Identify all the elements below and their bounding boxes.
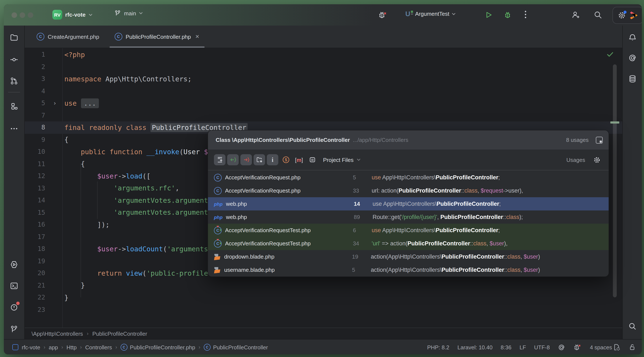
breadcrumb-separator: › xyxy=(87,331,88,337)
code-line[interactable]: 2 xyxy=(25,61,622,73)
branch-name: main xyxy=(124,10,136,16)
usage-row[interactable]: CAcceptVerificationRequest.php33url: act… xyxy=(208,184,608,197)
code-line[interactable]: 22} xyxy=(25,291,622,304)
right-tool-stripe xyxy=(622,25,642,339)
code-line[interactable]: 4 xyxy=(25,85,622,97)
usage-file-name: AcceptVerificationRequestTest.php xyxy=(225,227,353,233)
line-ending[interactable]: LF xyxy=(520,344,526,351)
tab-create-argument[interactable]: C CreateArgument.php xyxy=(29,25,107,48)
status-breadcrumb-item[interactable]: rfc-vote xyxy=(22,344,40,351)
code-line[interactable]: 5›use ... xyxy=(25,97,622,109)
problems-badge xyxy=(16,302,20,305)
method-usages-filter[interactable]: [m] xyxy=(293,154,305,165)
close-window-button[interactable] xyxy=(12,12,17,18)
inspections-ok-check-icon[interactable] xyxy=(607,52,613,57)
scroll-to-source-toggle[interactable] xyxy=(214,154,226,165)
ai-assistant-status-icon[interactable] xyxy=(558,344,565,351)
write-access-toggle[interactable] xyxy=(240,154,252,165)
usage-file-name: web.php xyxy=(226,214,354,220)
usage-row[interactable]: CAcceptVerificationRequest.php5use App\H… xyxy=(208,171,608,184)
problems-icon[interactable] xyxy=(10,303,18,312)
more-tool-windows-icon[interactable] xyxy=(10,124,18,133)
terminal-icon[interactable] xyxy=(10,282,18,290)
run-configuration-selector[interactable]: U ArgumentTest xyxy=(405,10,456,18)
breadcrumb-namespace[interactable]: \App\Http\Controllers xyxy=(32,330,83,337)
usage-row[interactable]: phpweb.php89Route::get('/profile/{user}'… xyxy=(208,210,608,224)
mute-breakpoints-button[interactable] xyxy=(378,11,388,19)
maximize-window-button[interactable] xyxy=(28,12,33,18)
database-icon[interactable] xyxy=(628,74,636,83)
project-folder-icon[interactable] xyxy=(10,33,18,42)
status-breadcrumb-item[interactable]: app xyxy=(49,344,58,351)
editor-scrollbar[interactable] xyxy=(613,64,617,297)
usage-row[interactable]: CAcceptVerificationRequestTest.php34'url… xyxy=(208,237,608,250)
preview-card-toggle[interactable] xyxy=(306,154,318,165)
settings-button[interactable] xyxy=(618,11,626,19)
usage-row[interactable]: phpweb.php14use App\Http\Controllers\Pub… xyxy=(208,197,608,210)
run-button[interactable] xyxy=(484,11,493,19)
popup-header[interactable]: Class \App\Http\Controllers\PublicProfil… xyxy=(208,130,608,150)
usages-label: Usages xyxy=(566,157,585,163)
php-test-class-icon: C xyxy=(214,240,222,247)
status-breadcrumb-item[interactable]: CPublicProfileController xyxy=(204,344,268,351)
run-config-name: ArgumentTest xyxy=(415,11,449,17)
breadcrumb-class[interactable]: PublicProfileController xyxy=(92,330,147,337)
popup-settings-button[interactable] xyxy=(591,154,603,165)
popup-toolbar: i $ [m] Project Files Usages xyxy=(208,150,608,170)
php-class-icon: C xyxy=(204,344,210,351)
chevron-down-icon xyxy=(452,12,456,15)
usage-row[interactable]: dropdown.blade.php19action(App\Http\Cont… xyxy=(208,250,608,263)
read-access-toggle[interactable] xyxy=(227,154,239,165)
status-breadcrumb-item[interactable]: CPublicProfileController.php xyxy=(120,344,195,351)
git-tool-icon[interactable] xyxy=(10,325,18,334)
jetbrains-logo[interactable] xyxy=(630,11,638,19)
encoding[interactable]: UTF-8 xyxy=(534,344,550,351)
git-branch-icon xyxy=(114,10,121,17)
breadcrumb-separator: › xyxy=(198,344,200,350)
usage-row[interactable]: username.blade.php5action(App\Http\Contr… xyxy=(208,263,608,277)
debug-button[interactable] xyxy=(503,11,512,19)
find-magnifier-icon[interactable] xyxy=(628,322,636,331)
show-import-statements-toggle[interactable]: i xyxy=(267,154,278,165)
mute-breakpoints-status-icon[interactable] xyxy=(573,343,582,351)
branch-widget[interactable]: main xyxy=(114,10,143,17)
minimize-window-button[interactable] xyxy=(20,12,25,18)
static-members-filter[interactable]: $ xyxy=(280,154,292,165)
php-version[interactable]: PHP: 8.2 xyxy=(427,344,449,351)
usage-code-preview: action(App\Http\Controllers\PublicProfil… xyxy=(371,267,540,273)
status-breadcrumb-item[interactable]: Controllers xyxy=(85,344,112,351)
usage-row[interactable]: CAcceptVerificationRequestTest.php6use A… xyxy=(208,224,608,237)
code-with-me-button[interactable] xyxy=(572,11,580,19)
open-in-tool-window-icon[interactable] xyxy=(596,137,603,143)
ai-assistant-icon[interactable] xyxy=(628,54,636,62)
editor-breadcrumbs[interactable]: \App\Http\Controllers › PublicProfileCon… xyxy=(25,328,622,339)
more-actions-button[interactable] xyxy=(525,10,526,19)
code-line[interactable]: 23 xyxy=(25,304,622,316)
commit-icon[interactable] xyxy=(10,55,18,64)
laravel-version[interactable]: Laravel: 10.40 xyxy=(457,344,492,351)
tab-public-profile-controller[interactable]: C PublicProfileController.php ✕ xyxy=(107,25,207,48)
project-badge: RV xyxy=(52,10,62,19)
pull-requests-icon[interactable] xyxy=(10,77,18,85)
notifications-bell-icon[interactable] xyxy=(628,33,636,42)
group-by-usage-type-toggle[interactable] xyxy=(254,154,265,165)
scope-selector[interactable]: Project Files xyxy=(323,157,360,163)
status-breadcrumb-item[interactable]: Http xyxy=(66,344,77,351)
php-class-icon: C xyxy=(214,174,222,181)
close-tab-icon[interactable]: ✕ xyxy=(195,34,200,40)
indent-label: 4 spaces xyxy=(590,344,612,351)
code-line[interactable]: 21 } xyxy=(25,279,622,291)
unlocked-icon[interactable] xyxy=(629,343,636,351)
caret-position[interactable]: 8:36 xyxy=(500,344,512,351)
code-line[interactable]: 1<?php xyxy=(25,48,622,61)
chevron-down-icon xyxy=(88,13,92,16)
search-everywhere-button[interactable] xyxy=(594,11,602,19)
indent-widget[interactable]: 4 spaces xyxy=(590,343,620,351)
services-icon[interactable] xyxy=(10,260,18,269)
project-widget[interactable]: RV rfc-vote xyxy=(52,10,92,19)
structure-icon[interactable] xyxy=(10,102,18,111)
code-line[interactable]: 3namespace App\Http\Controllers; xyxy=(25,73,622,85)
code-line[interactable]: 7 xyxy=(25,109,622,121)
status-breadcrumbs: rfc-vote›app›Http›Controllers›CPublicPro… xyxy=(12,344,427,351)
php-file-icon: php xyxy=(214,201,222,206)
